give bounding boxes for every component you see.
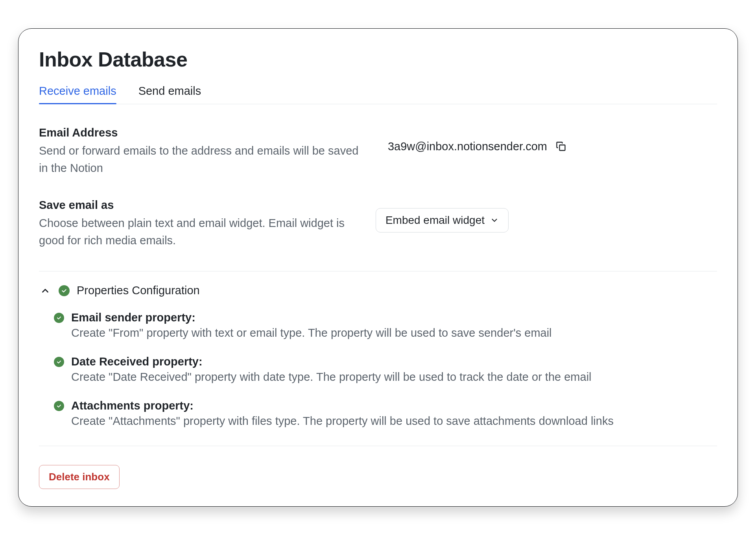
- settings-card: Inbox Database Receive emails Send email…: [18, 28, 738, 507]
- page-title: Inbox Database: [39, 48, 717, 71]
- save-as-description: Choose between plain text and email widg…: [39, 215, 360, 249]
- copy-icon: [555, 141, 566, 152]
- tab-send-emails[interactable]: Send emails: [138, 81, 201, 104]
- svg-rect-0: [560, 145, 565, 151]
- properties-list: Email sender property: Create "From" pro…: [39, 297, 717, 428]
- property-row-date-received: Date Received property: Create "Date Rec…: [54, 355, 717, 384]
- tab-receive-emails[interactable]: Receive emails: [39, 81, 116, 104]
- email-address-description: Send or forward emails to the address an…: [39, 142, 361, 177]
- copy-button[interactable]: [554, 140, 568, 153]
- delete-inbox-button[interactable]: Delete inbox: [39, 465, 120, 489]
- chevron-down-icon: [490, 216, 499, 225]
- property-title: Email sender property:: [71, 311, 552, 324]
- property-row-attachments: Attachments property: Create "Attachment…: [54, 399, 717, 428]
- divider: [39, 446, 717, 446]
- check-circle-icon: [54, 401, 64, 411]
- tabs: Receive emails Send emails: [39, 81, 717, 104]
- section-email-address: Email Address Send or forward emails to …: [39, 104, 717, 177]
- properties-configuration: Properties Configuration Email sender pr…: [39, 271, 717, 446]
- email-address-title: Email Address: [39, 126, 372, 139]
- property-row-email-sender: Email sender property: Create "From" pro…: [54, 311, 717, 339]
- property-desc: Create "From" property with text or emai…: [71, 327, 552, 339]
- property-title: Date Received property:: [71, 355, 592, 368]
- inbox-email-value: 3a9w@inbox.notionsender.com: [388, 140, 547, 153]
- check-circle-icon: [54, 313, 64, 323]
- chevron-up-icon: [39, 284, 52, 297]
- save-as-dropdown[interactable]: Embed email widget: [376, 208, 509, 232]
- property-desc: Create "Date Received" property with dat…: [71, 371, 592, 384]
- properties-configuration-toggle[interactable]: Properties Configuration: [39, 284, 717, 297]
- check-circle-icon: [59, 285, 70, 296]
- properties-configuration-title: Properties Configuration: [77, 284, 200, 297]
- save-as-title: Save email as: [39, 199, 360, 212]
- save-as-selected: Embed email widget: [385, 214, 485, 227]
- property-desc: Create "Attachments" property with files…: [71, 415, 614, 428]
- property-title: Attachments property:: [71, 399, 614, 412]
- section-save-email-as: Save email as Choose between plain text …: [39, 177, 717, 249]
- check-circle-icon: [54, 357, 64, 367]
